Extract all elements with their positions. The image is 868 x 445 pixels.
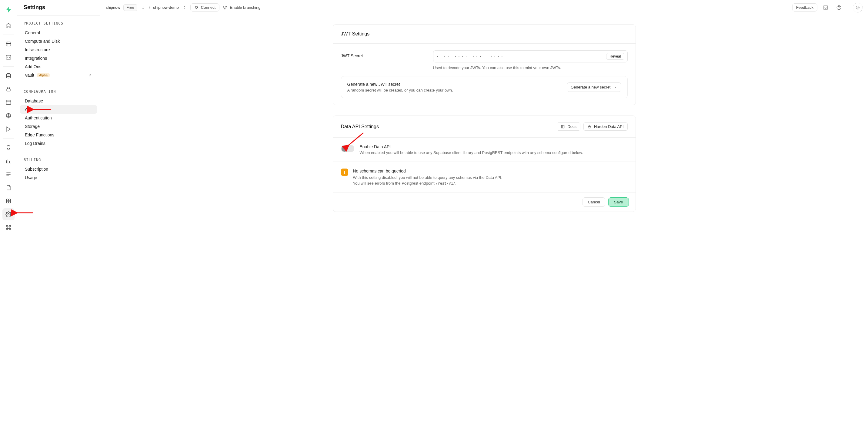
jwt-secret-masked: ···· ···· ···· ···· xyxy=(436,54,607,59)
nav-label: Subscription xyxy=(25,167,48,172)
section-project-settings: PROJECT SETTINGS xyxy=(17,16,100,29)
nav-integrations[interactable]: Integrations xyxy=(20,54,97,62)
nav-usage[interactable]: Usage xyxy=(20,173,97,182)
nav-compute[interactable]: Compute and Disk xyxy=(20,37,97,46)
warning-line-1: With this setting disabled, you will not… xyxy=(353,175,502,180)
sql-editor-icon[interactable] xyxy=(2,51,14,63)
nav-api[interactable]: API xyxy=(20,105,97,114)
settings-sidebar: Settings PROJECT SETTINGS General Comput… xyxy=(17,0,100,445)
button-label: Save xyxy=(614,200,623,204)
button-label: Enable branching xyxy=(230,5,260,10)
nav-label: Add Ons xyxy=(25,64,41,69)
nav-addons[interactable]: Add Ons xyxy=(20,62,97,71)
svg-rect-9 xyxy=(6,201,8,203)
user-avatar-placeholder[interactable] xyxy=(853,3,863,12)
svg-rect-20 xyxy=(588,126,591,128)
home-icon[interactable] xyxy=(2,20,14,32)
nav-label: Edge Functions xyxy=(25,132,54,137)
edge-functions-icon[interactable] xyxy=(2,110,14,122)
nav-label: Compute and Disk xyxy=(25,39,60,43)
supabase-logo-icon[interactable] xyxy=(2,4,14,16)
inbox-icon[interactable] xyxy=(820,2,831,13)
help-icon[interactable] xyxy=(834,2,844,13)
svg-rect-0 xyxy=(6,42,10,46)
jwt-secret-label: JWT Secret xyxy=(341,50,426,58)
toggle-title: Enable Data API xyxy=(360,144,583,149)
generate-jwt-subcard: Generate a new JWT secret A random secre… xyxy=(341,76,628,98)
tenant-switcher-icon[interactable] xyxy=(140,5,146,10)
connect-button[interactable]: Connect xyxy=(190,3,219,11)
nav-infrastructure[interactable]: Infrastructure xyxy=(20,46,97,54)
nav-authentication[interactable]: Authentication xyxy=(20,114,97,122)
jwt-settings-card: JWT Settings JWT Secret ···· ···· ···· ·… xyxy=(333,24,636,105)
integrations-icon[interactable] xyxy=(2,195,14,207)
svg-point-18 xyxy=(857,7,858,8)
svg-point-16 xyxy=(224,8,225,9)
nav-subscription[interactable]: Subscription xyxy=(20,165,97,173)
button-label: Cancel xyxy=(588,200,600,204)
reveal-button[interactable]: Reveal xyxy=(606,53,624,60)
nav-storage[interactable]: Storage xyxy=(20,122,97,131)
generate-jwt-subtitle: A random secret will be created, or you … xyxy=(347,88,453,92)
icon-rail xyxy=(0,0,17,445)
nav-log-drains[interactable]: Log Drains xyxy=(20,139,97,148)
cancel-button[interactable]: Cancel xyxy=(583,197,605,207)
plan-badge: Free xyxy=(123,4,137,11)
nav-general[interactable]: General xyxy=(20,29,97,37)
project-switcher-icon[interactable] xyxy=(182,5,187,10)
harden-api-button[interactable]: Harden Data API xyxy=(583,122,628,131)
reports-icon[interactable] xyxy=(2,155,14,167)
api-docs-icon[interactable] xyxy=(2,182,14,194)
button-label: Connect xyxy=(201,5,216,10)
tenant-name[interactable]: shipnow xyxy=(106,5,120,10)
nav-edge-functions[interactable]: Edge Functions xyxy=(20,131,97,139)
enable-branching-button[interactable]: Enable branching xyxy=(222,5,260,10)
nav-label: Storage xyxy=(25,124,40,129)
no-schemas-warning: ! No schemas can be queried With this se… xyxy=(333,161,636,192)
page-title: Settings xyxy=(17,4,100,16)
svg-rect-10 xyxy=(8,201,10,203)
nav-label: Usage xyxy=(25,175,37,180)
save-button[interactable]: Save xyxy=(608,197,629,207)
jwt-secret-field: ···· ···· ···· ···· Reveal xyxy=(433,50,628,62)
svg-point-14 xyxy=(223,6,224,7)
book-icon xyxy=(561,125,565,129)
storage-icon[interactable] xyxy=(2,96,14,109)
jwt-hint: Used to decode your JWTs. You can also u… xyxy=(433,65,628,70)
feedback-button[interactable]: Feedback xyxy=(792,3,817,11)
auth-icon[interactable] xyxy=(2,83,14,95)
nav-label: Integrations xyxy=(25,56,47,61)
nav-label: General xyxy=(25,30,40,35)
text: . xyxy=(455,181,457,185)
data-api-settings-card: Data API Settings Docs Harden Data API xyxy=(333,116,636,212)
warning-line-2: You will see errors from the Postgrest e… xyxy=(353,181,502,185)
svg-point-15 xyxy=(226,6,227,7)
docs-button[interactable]: Docs xyxy=(557,122,580,131)
logs-icon[interactable] xyxy=(2,168,14,180)
card-footer: Cancel Save xyxy=(333,192,636,212)
generate-secret-button[interactable]: Generate a new secret xyxy=(567,83,621,92)
button-label: Generate a new secret xyxy=(571,85,611,89)
settings-icon[interactable] xyxy=(2,208,14,220)
enable-data-api-toggle[interactable] xyxy=(341,145,354,152)
command-icon[interactable] xyxy=(2,221,14,234)
branch-icon xyxy=(222,5,227,10)
nav-label: Infrastructure xyxy=(25,47,50,52)
card-title: Data API Settings xyxy=(341,124,379,129)
database-icon[interactable] xyxy=(2,70,14,82)
alpha-badge: Alpha xyxy=(37,73,50,77)
advisors-icon[interactable] xyxy=(2,142,14,154)
text: You will see errors from the Postgrest e… xyxy=(353,181,436,185)
nav-vault[interactable]: Vault Alpha xyxy=(20,71,97,80)
card-title: JWT Settings xyxy=(341,31,370,37)
project-name[interactable]: shipnow-demo xyxy=(153,5,179,10)
button-label: Docs xyxy=(567,124,577,129)
content-scroll: JWT Settings JWT Secret ···· ···· ···· ·… xyxy=(100,15,868,445)
svg-rect-4 xyxy=(6,101,10,105)
nav-database[interactable]: Database xyxy=(20,97,97,105)
realtime-icon[interactable] xyxy=(2,123,14,135)
svg-rect-3 xyxy=(7,89,10,91)
topbar: shipnow Free / shipnow-demo Connect Enab… xyxy=(100,0,868,15)
nav-label: Database xyxy=(25,98,43,103)
table-editor-icon[interactable] xyxy=(2,38,14,50)
